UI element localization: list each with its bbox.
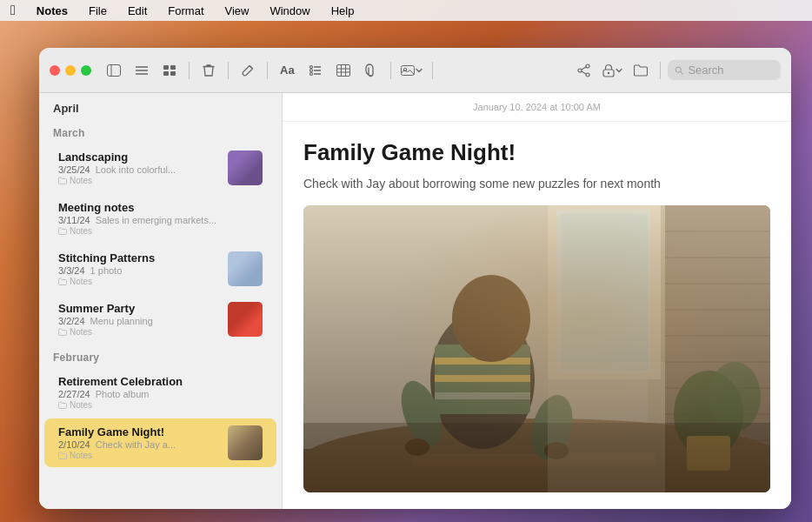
folder-small-icon <box>58 452 67 459</box>
editor-date: January 10, 2024 at 10:00 AM <box>283 93 791 122</box>
folder-small-icon <box>58 328 67 336</box>
note-folder: Notes <box>58 277 221 286</box>
editor-body: Check with Jay about borrowing some new … <box>303 175 770 193</box>
note-text: Family Game Night! 2/10/24 Check with Ja… <box>58 425 221 460</box>
editor-image <box>303 205 770 492</box>
note-folder: Notes <box>58 400 263 410</box>
svg-point-10 <box>309 65 312 68</box>
checklist-button[interactable] <box>303 58 328 83</box>
note-meta: 3/2/24 Menu planning <box>58 316 221 326</box>
toolbar: Aa <box>39 48 791 93</box>
minimize-button[interactable] <box>65 65 76 76</box>
note-item-retirement[interactable]: Retirement Celebration 2/27/24 Photo alb… <box>44 368 276 417</box>
apple-menu[interactable]:  <box>7 1 19 20</box>
note-folder: Notes <box>58 226 263 236</box>
checklist-icon <box>309 64 322 77</box>
note-item-inner: Summer Party 3/2/24 Menu planning Notes <box>58 302 263 337</box>
note-editor: January 10, 2024 at 10:00 AM Family Game… <box>283 93 791 509</box>
svg-rect-6 <box>170 65 176 70</box>
table-button[interactable] <box>331 58 356 83</box>
photo-button[interactable] <box>398 58 425 83</box>
notes-window: Aa <box>39 48 791 509</box>
note-text: Meeting notes 3/11/24 Sales in emerging … <box>58 201 263 236</box>
share-icon <box>577 64 591 77</box>
editor-title: Family Game Night! <box>303 139 770 166</box>
compose-button[interactable] <box>236 58 260 83</box>
photo-overlay <box>303 205 770 492</box>
menu-notes[interactable]: Notes <box>33 3 71 19</box>
note-item-inner: Family Game Night! 2/10/24 Check with Ja… <box>58 425 263 460</box>
note-meta: 3/25/24 Look into colorful... <box>58 164 221 175</box>
menu-edit[interactable]: Edit <box>124 3 150 19</box>
folder-small-icon <box>58 227 67 235</box>
editor-content[interactable]: Family Game Night! Check with Jay about … <box>283 122 791 509</box>
sidebar: April March Landscaping 3/25/24 Look int… <box>39 93 283 509</box>
section-april: April <box>39 93 282 120</box>
divider-2 <box>228 62 229 79</box>
menu-format[interactable]: Format <box>164 3 207 19</box>
delete-button[interactable] <box>196 58 221 83</box>
divider-6 <box>660 62 661 79</box>
note-item-inner: Stitching Patterns 3/3/24 1 photo Notes <box>58 251 263 286</box>
svg-rect-16 <box>336 64 349 76</box>
search-input[interactable] <box>688 64 774 77</box>
svg-line-31 <box>681 71 683 74</box>
menu-help[interactable]: Help <box>328 3 358 19</box>
menu-file[interactable]: File <box>85 3 110 19</box>
search-icon <box>675 65 683 76</box>
divider-1 <box>189 62 190 79</box>
move-note-button[interactable] <box>629 58 653 83</box>
sidebar-toggle-button[interactable] <box>102 58 126 83</box>
note-title: Family Game Night! <box>58 425 221 438</box>
search-box[interactable] <box>668 60 781 80</box>
compose-icon <box>241 64 255 77</box>
svg-line-26 <box>582 67 586 70</box>
svg-point-23 <box>586 64 589 68</box>
note-item-stitching[interactable]: Stitching Patterns 3/3/24 1 photo Notes <box>44 244 276 293</box>
divider-3 <box>267 62 268 79</box>
note-title: Landscaping <box>58 151 221 164</box>
note-item-meeting[interactable]: Meeting notes 3/11/24 Sales in emerging … <box>44 194 276 243</box>
note-meta: 2/27/24 Photo album <box>58 389 263 399</box>
note-folder: Notes <box>58 451 221 460</box>
svg-point-30 <box>676 67 681 72</box>
gallery-view-button[interactable] <box>157 58 182 83</box>
menu-view[interactable]: View <box>222 3 253 19</box>
svg-line-9 <box>250 65 253 69</box>
note-thumbnail-stitching <box>228 251 263 286</box>
folder-small-icon <box>58 401 67 409</box>
attachment-button[interactable] <box>359 58 383 83</box>
menu-bar:  Notes File Edit Format View Window Hel… <box>0 0 812 21</box>
photo-icon <box>401 64 415 77</box>
lock-button[interactable] <box>600 58 625 83</box>
svg-point-14 <box>309 72 312 75</box>
section-february: February <box>39 345 282 367</box>
note-text: Retirement Celebration 2/27/24 Photo alb… <box>58 375 263 410</box>
note-item-inner: Meeting notes 3/11/24 Sales in emerging … <box>58 201 263 236</box>
svg-point-24 <box>586 73 589 77</box>
text-format-label: Aa <box>280 64 295 77</box>
svg-point-29 <box>608 71 609 73</box>
content-area: April March Landscaping 3/25/24 Look int… <box>39 93 791 509</box>
note-thumbnail-familygame <box>228 425 263 460</box>
share-button[interactable] <box>572 58 596 83</box>
note-item-landscaping[interactable]: Landscaping 3/25/24 Look into colorful..… <box>44 144 276 192</box>
svg-line-27 <box>582 71 586 74</box>
close-button[interactable] <box>50 65 60 76</box>
note-item-summerparty[interactable]: Summer Party 3/2/24 Menu planning Notes <box>44 295 276 344</box>
note-meta: 3/11/24 Sales in emerging markets... <box>58 215 263 225</box>
note-item-inner: Landscaping 3/25/24 Look into colorful..… <box>58 151 263 185</box>
attachment-icon <box>365 64 377 77</box>
folder-small-icon <box>58 177 67 184</box>
trash-icon <box>203 64 215 77</box>
note-title: Summer Party <box>58 302 221 315</box>
text-format-button[interactable]: Aa <box>275 58 300 83</box>
note-item-familygame[interactable]: Family Game Night! 2/10/24 Check with Ja… <box>44 418 276 467</box>
sidebar-icon <box>107 64 121 77</box>
folder-small-icon <box>58 278 67 285</box>
svg-rect-7 <box>163 71 169 76</box>
maximize-button[interactable] <box>81 65 91 76</box>
note-text: Stitching Patterns 3/3/24 1 photo Notes <box>58 251 221 286</box>
list-view-button[interactable] <box>130 58 154 83</box>
menu-window[interactable]: Window <box>266 3 313 19</box>
